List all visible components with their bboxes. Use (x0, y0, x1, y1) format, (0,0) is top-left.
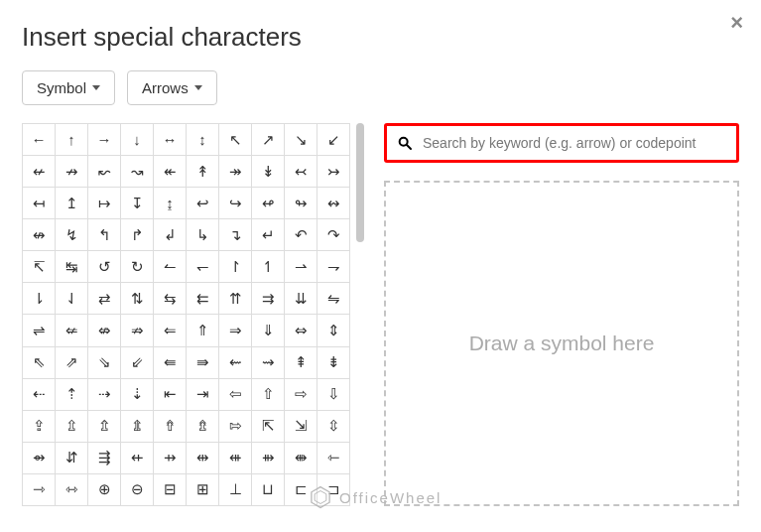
character-cell[interactable]: ↚ (23, 156, 56, 188)
character-cell[interactable]: ↵ (252, 219, 285, 251)
character-cell[interactable]: ⊐ (317, 473, 350, 505)
character-cell[interactable]: ↺ (88, 251, 121, 283)
character-cell[interactable]: ⇘ (88, 346, 121, 378)
character-cell[interactable]: ⇪ (23, 410, 56, 442)
character-cell[interactable]: ⇤ (154, 378, 187, 410)
character-cell[interactable]: ⇉ (252, 283, 285, 315)
subcategory-dropdown[interactable]: Arrows (127, 70, 217, 105)
character-cell[interactable]: ⇴ (23, 442, 56, 473)
character-cell[interactable]: ↔ (154, 124, 187, 156)
character-cell[interactable]: ↧ (121, 188, 154, 219)
character-cell[interactable]: ⇕ (317, 315, 350, 346)
character-cell[interactable]: ⇽ (317, 442, 350, 473)
character-cell[interactable]: ⇥ (187, 378, 219, 410)
character-cell[interactable]: ⇺ (219, 442, 252, 473)
character-cell[interactable]: ⇫ (56, 410, 88, 442)
character-cell[interactable]: ⊖ (121, 473, 154, 505)
character-cell[interactable]: ↽ (187, 251, 219, 283)
character-cell[interactable]: ⇰ (219, 410, 252, 442)
character-cell[interactable]: ↙ (317, 124, 350, 156)
character-cell[interactable]: ⇁ (317, 251, 350, 283)
character-cell[interactable]: ↿ (252, 251, 285, 283)
character-cell[interactable]: ↲ (154, 219, 187, 251)
character-cell[interactable]: ← (23, 124, 56, 156)
character-cell[interactable]: ↟ (187, 156, 219, 188)
character-cell[interactable]: ↾ (219, 251, 252, 283)
character-cell[interactable]: ⊔ (252, 473, 285, 505)
character-cell[interactable]: ↰ (88, 219, 121, 251)
character-cell[interactable]: ↗ (252, 124, 285, 156)
character-cell[interactable]: ⇯ (187, 410, 219, 442)
character-cell[interactable]: ⇄ (88, 283, 121, 315)
character-cell[interactable]: ⇂ (23, 283, 56, 315)
character-cell[interactable]: ⇧ (252, 378, 285, 410)
character-cell[interactable]: ⇔ (285, 315, 317, 346)
character-cell[interactable]: ⇙ (121, 346, 154, 378)
character-cell[interactable]: ⇸ (154, 442, 187, 473)
character-cell[interactable]: ⇓ (252, 315, 285, 346)
character-cell[interactable]: ↣ (317, 156, 350, 188)
character-cell[interactable]: ⇚ (154, 346, 187, 378)
character-cell[interactable]: ⇖ (23, 346, 56, 378)
character-cell[interactable]: ⇝ (252, 346, 285, 378)
character-cell[interactable]: ⊏ (285, 473, 317, 505)
character-cell[interactable]: ⇐ (154, 315, 187, 346)
character-cell[interactable]: ↜ (88, 156, 121, 188)
character-cell[interactable]: ⇛ (187, 346, 219, 378)
character-cell[interactable]: ⇵ (56, 442, 88, 473)
character-cell[interactable]: ⇷ (121, 442, 154, 473)
character-cell[interactable]: ⇆ (154, 283, 187, 315)
character-cell[interactable]: ⊥ (219, 473, 252, 505)
character-cell[interactable]: ↩ (187, 188, 219, 219)
character-cell[interactable]: ⇹ (187, 442, 219, 473)
character-cell[interactable]: ⇅ (121, 283, 154, 315)
character-cell[interactable]: ⇳ (317, 410, 350, 442)
character-cell[interactable]: ↓ (121, 124, 154, 156)
character-cell[interactable]: ↬ (285, 188, 317, 219)
character-cell[interactable]: ↨ (154, 188, 187, 219)
character-cell[interactable]: ↛ (56, 156, 88, 188)
character-cell[interactable]: ↶ (285, 219, 317, 251)
character-cell[interactable]: ⇗ (56, 346, 88, 378)
character-cell[interactable]: ↠ (219, 156, 252, 188)
character-cell[interactable]: ⇇ (187, 283, 219, 315)
scroll-thumb[interactable] (356, 123, 364, 242)
character-cell[interactable]: ↼ (154, 251, 187, 283)
character-cell[interactable]: ↹ (56, 251, 88, 283)
character-cell[interactable]: ⇩ (317, 378, 350, 410)
search-box[interactable] (384, 123, 739, 163)
character-cell[interactable]: ⇌ (23, 315, 56, 346)
character-cell[interactable]: ⇱ (252, 410, 285, 442)
scrollbar[interactable] (356, 123, 364, 506)
close-button[interactable]: × (730, 10, 743, 36)
character-cell[interactable]: ⇬ (88, 410, 121, 442)
character-cell[interactable]: ↯ (56, 219, 88, 251)
character-cell[interactable]: ⇃ (56, 283, 88, 315)
character-cell[interactable]: ⇨ (285, 378, 317, 410)
character-cell[interactable]: ↦ (88, 188, 121, 219)
character-cell[interactable]: ↷ (317, 219, 350, 251)
character-cell[interactable]: ⇟ (317, 346, 350, 378)
character-cell[interactable]: ↕ (187, 124, 219, 156)
character-cell[interactable]: ⇑ (187, 315, 219, 346)
character-cell[interactable]: ↻ (121, 251, 154, 283)
character-cell[interactable]: ⇿ (56, 473, 88, 505)
character-cell[interactable]: ↘ (285, 124, 317, 156)
character-cell[interactable]: ↖ (219, 124, 252, 156)
character-cell[interactable]: ⇭ (121, 410, 154, 442)
character-cell[interactable]: ↢ (285, 156, 317, 188)
character-cell[interactable]: ⇶ (88, 442, 121, 473)
character-cell[interactable]: ⇊ (285, 283, 317, 315)
character-cell[interactable]: ↱ (121, 219, 154, 251)
character-cell[interactable]: ⇒ (219, 315, 252, 346)
character-cell[interactable]: ⇏ (121, 315, 154, 346)
character-cell[interactable]: ⇠ (23, 378, 56, 410)
character-cell[interactable]: ↥ (56, 188, 88, 219)
character-cell[interactable]: ⇞ (285, 346, 317, 378)
character-cell[interactable]: ↡ (252, 156, 285, 188)
character-cell[interactable]: ↞ (154, 156, 187, 188)
character-cell[interactable]: ⊕ (88, 473, 121, 505)
character-cell[interactable]: ↴ (219, 219, 252, 251)
character-cell[interactable]: ⇎ (88, 315, 121, 346)
character-cell[interactable]: ↮ (23, 219, 56, 251)
